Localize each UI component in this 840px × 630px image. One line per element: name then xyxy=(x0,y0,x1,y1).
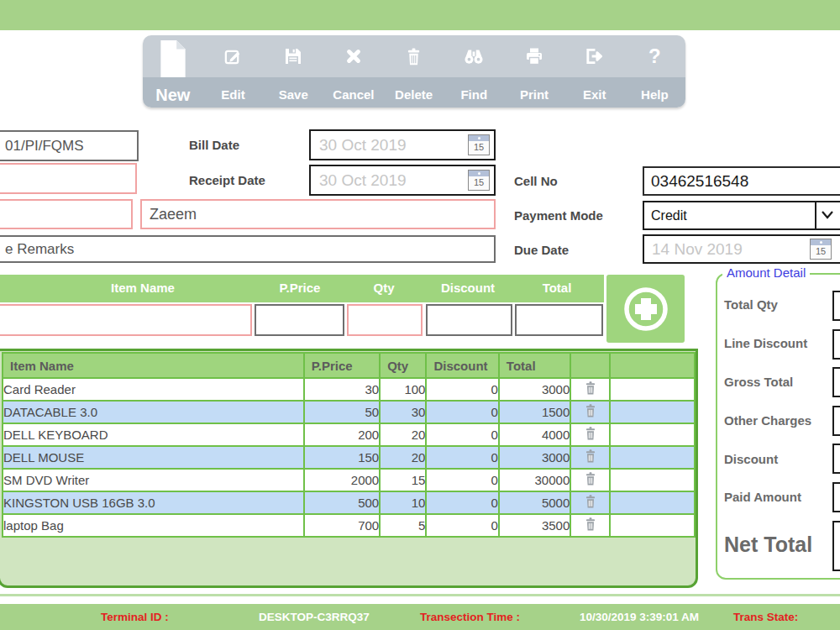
delete-row-icon[interactable] xyxy=(584,403,597,418)
receipt-date-value: 30 Oct 2019 xyxy=(311,166,494,194)
cell-total: 3000 xyxy=(499,378,570,401)
new-button-label: New xyxy=(143,86,203,105)
help-button[interactable]: ? Help xyxy=(625,35,685,108)
main-toolbar: New Edit Save Cancel Delete Find Print xyxy=(143,35,685,108)
col-header-qty[interactable]: Qty xyxy=(380,353,426,378)
col-header-discount[interactable]: Discount xyxy=(426,353,498,378)
calendar-icon-dot xyxy=(478,172,480,175)
delete-row-icon[interactable] xyxy=(584,426,597,441)
cell-item-name: DELL KEYBOARD xyxy=(3,423,304,446)
invoice-no-field[interactable]: 01/PI/FQMS xyxy=(0,130,139,161)
col-header-total[interactable]: Total xyxy=(499,353,570,378)
edit-button[interactable]: Edit xyxy=(203,35,264,108)
cell-no-label: Cell No xyxy=(514,174,558,188)
help-question-icon: ? xyxy=(625,35,685,77)
due-date-picker[interactable]: 14 Nov 2019 15 xyxy=(643,234,840,264)
cell-no-field[interactable]: 03462516548 xyxy=(643,166,840,196)
divider-line xyxy=(0,594,840,596)
cell-pprice: 150 xyxy=(304,446,380,469)
delete-button-label: Delete xyxy=(384,87,444,102)
account-code-field[interactable] xyxy=(0,163,137,194)
customer-code-field[interactable] xyxy=(0,199,133,229)
payment-mode-select[interactable]: Credit xyxy=(643,201,840,230)
entry-total-label: Total xyxy=(529,281,585,295)
net-total-field[interactable] xyxy=(832,521,840,571)
entry-discount-label: Discount xyxy=(433,281,503,295)
remarks-field[interactable]: e Remarks xyxy=(0,235,496,263)
cell-no-value: 03462516548 xyxy=(644,168,840,194)
delete-row-icon[interactable] xyxy=(584,517,597,532)
delete-button[interactable]: Delete xyxy=(384,35,444,108)
bill-date-picker[interactable]: 30 Oct 2019 15 xyxy=(309,129,496,160)
status-bar: Terminal ID : DESKTOP-C3RRQ37 Transectio… xyxy=(0,604,840,630)
items-table: Item Name P.Price Qty Discount Total Car… xyxy=(2,352,696,538)
other-charges-field[interactable] xyxy=(832,406,840,436)
paid-amount-field[interactable] xyxy=(832,482,840,512)
due-date-calendar-icon[interactable]: 15 xyxy=(810,239,832,260)
receipt-date-picker[interactable]: 30 Oct 2019 15 xyxy=(309,165,496,196)
remarks-value: e Remarks xyxy=(0,237,494,261)
table-row[interactable]: DELL KEYBOARD 200 20 0 4000 xyxy=(3,423,695,446)
exit-button-label: Exit xyxy=(564,87,625,102)
cancel-button[interactable]: Cancel xyxy=(323,35,384,108)
delete-row-icon[interactable] xyxy=(584,494,597,509)
table-row[interactable]: KINGSTON USB 16GB 3.0 500 10 0 5000 xyxy=(3,491,695,514)
exit-button[interactable]: Exit xyxy=(564,35,625,108)
receipt-date-calendar-icon[interactable]: 15 xyxy=(468,170,490,191)
cell-discount: 0 xyxy=(426,378,498,401)
table-row[interactable]: DELL MOUSE 150 20 0 3000 xyxy=(3,446,695,469)
discount-field[interactable] xyxy=(832,444,840,474)
calendar-icon-dot xyxy=(820,241,822,244)
cell-extra xyxy=(610,423,695,446)
bill-date-calendar-icon[interactable]: 15 xyxy=(468,134,490,155)
delete-row-icon[interactable] xyxy=(584,381,597,396)
calendar-icon-day: 15 xyxy=(469,177,489,187)
cell-qty: 10 xyxy=(380,491,426,514)
items-table-header-row: Item Name P.Price Qty Discount Total xyxy=(3,353,695,378)
top-green-bar xyxy=(0,0,840,30)
print-button[interactable]: Print xyxy=(504,35,564,108)
new-button[interactable]: New xyxy=(143,35,203,108)
entry-qty-input[interactable] xyxy=(347,304,423,336)
customer-name-field[interactable]: Zaeem xyxy=(140,199,496,229)
delete-row-icon[interactable] xyxy=(584,449,597,464)
plus-circle-icon xyxy=(621,284,671,334)
table-row[interactable]: laptop Bag 700 5 0 3500 xyxy=(3,514,695,537)
cell-total: 3000 xyxy=(499,446,570,469)
cell-total: 3500 xyxy=(499,514,570,537)
cell-item-name: DATACABLE 3.0 xyxy=(3,401,304,423)
amount-detail-title: Amount Detail xyxy=(722,265,810,280)
col-header-item-name[interactable]: Item Name xyxy=(3,353,304,378)
line-discount-field[interactable] xyxy=(832,329,840,360)
cell-qty: 15 xyxy=(380,469,426,491)
cell-extra xyxy=(610,514,695,537)
entry-pprice-input[interactable] xyxy=(255,304,344,336)
save-button[interactable]: Save xyxy=(263,35,323,108)
find-button[interactable]: Find xyxy=(444,35,504,108)
entry-discount-input[interactable] xyxy=(426,304,512,336)
cancel-x-icon xyxy=(323,35,384,77)
cell-item-name: Card Reader xyxy=(3,378,304,401)
col-header-pprice[interactable]: P.Price xyxy=(304,353,380,378)
transaction-time-label: Transection Time : xyxy=(420,611,520,623)
cell-delete xyxy=(570,401,610,423)
add-item-button[interactable] xyxy=(606,275,685,343)
entry-total-input[interactable] xyxy=(515,304,603,336)
table-row[interactable]: Card Reader 30 100 0 3000 xyxy=(3,378,695,401)
total-qty-field[interactable] xyxy=(832,291,840,321)
cell-total: 1500 xyxy=(499,401,570,423)
gross-total-field[interactable] xyxy=(832,367,840,397)
delete-row-icon[interactable] xyxy=(584,471,597,486)
table-row[interactable]: SM DVD Writer 2000 15 0 30000 xyxy=(3,469,695,491)
entry-item-name-input[interactable] xyxy=(0,304,252,336)
terminal-id-value: DESKTOP-C3RRQ37 xyxy=(259,611,370,623)
cell-item-name: DELL MOUSE xyxy=(3,446,304,469)
find-button-label: Find xyxy=(444,87,504,102)
cell-pprice: 30 xyxy=(304,378,380,401)
delete-trash-icon xyxy=(384,35,444,77)
table-row[interactable]: DATACABLE 3.0 50 30 0 1500 xyxy=(3,401,695,423)
cell-pprice: 200 xyxy=(304,423,380,446)
cell-delete xyxy=(570,446,610,469)
total-qty-label: Total Qty xyxy=(724,297,778,312)
new-document-icon xyxy=(143,35,203,82)
